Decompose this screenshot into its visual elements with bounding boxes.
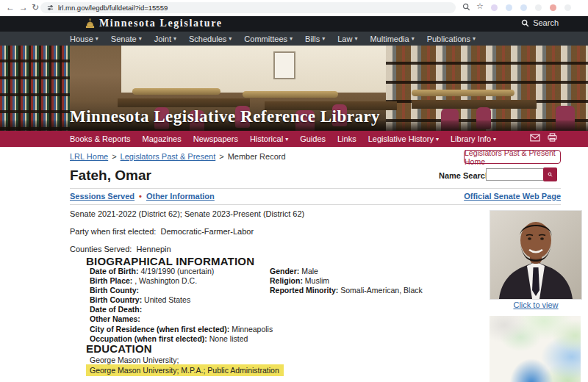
nav-item-house[interactable]: House <box>70 35 98 43</box>
library-nav-icons <box>530 133 557 142</box>
member-photo[interactable] <box>490 211 581 299</box>
nav-item-schedules[interactable]: Schedules <box>189 35 232 43</box>
libnav-guides[interactable]: Guides <box>300 134 326 143</box>
member-section-links: Sessions Served•Other Information <box>70 192 215 201</box>
counties-line: Counties Served: Hennepin <box>70 245 171 253</box>
nav-item-committees[interactable]: Committees <box>244 35 293 43</box>
site-search-label: Search <box>533 18 559 27</box>
bio-row: Other Names: <box>90 314 273 324</box>
library-banner-image: Minnesota Legislative Reference Library <box>0 46 588 131</box>
official-senate-web-page-link[interactable]: Official Senate Web Page <box>464 192 561 201</box>
name-search-input[interactable] <box>486 168 546 181</box>
education-line-highlighted: George Mason University; M.P.A.; Public … <box>86 364 284 376</box>
click-to-view-link[interactable]: Click to view <box>513 300 558 309</box>
libnav-library-info[interactable]: Library Info <box>451 134 496 143</box>
banner-table <box>412 100 537 109</box>
party-value: Democratic-Farmer-Labor <box>161 227 254 236</box>
bio-row: Birth Country: United States <box>90 295 273 305</box>
forward-icon[interactable]: → <box>19 1 28 13</box>
libnav-newspapers[interactable]: Newspapers <box>193 134 238 143</box>
party-line: Party when first elected: Democratic-Far… <box>70 227 254 236</box>
sessions-served-link[interactable]: Sessions Served <box>70 192 135 201</box>
nav-item-law[interactable]: Law <box>337 35 357 43</box>
photo-caption: Click to view <box>490 300 581 309</box>
education-heading: EDUCATION <box>86 342 152 355</box>
profile-avatar[interactable] <box>550 4 556 11</box>
bio-row: Religion: Muslim <box>270 276 423 286</box>
site-settings-icon[interactable] <box>47 4 54 11</box>
education-line: George Mason University; <box>90 356 179 364</box>
libnav-legislative-history[interactable]: Legislative History <box>368 134 439 143</box>
breadcrumb-legislators[interactable]: Legislators Past & Present <box>121 152 216 161</box>
bio-right-column: Gender: Male Religion: Muslim Reported M… <box>270 267 423 295</box>
banner-picture-frame <box>273 51 295 79</box>
service-history: Senate 2021-2022 (District 62); Senate 2… <box>70 209 304 218</box>
page-title: Fateh, Omar <box>70 167 151 184</box>
libnav-historical[interactable]: Historical <box>250 134 288 143</box>
page: ← → ↻ lrl.mn.gov/legdb/fulldetail?id=155… <box>0 0 588 382</box>
zoom-icon[interactable] <box>462 3 470 11</box>
bio-row: Birth Place: , Washington D.C. <box>90 276 273 286</box>
library-nav: Books & Reports Magazines Newspapers His… <box>0 131 588 147</box>
nav-item-publications[interactable]: Publications <box>427 35 476 43</box>
url-text: lrl.mn.gov/legdb/fulldetail?id=15559 <box>58 4 168 12</box>
district-map-image[interactable] <box>490 316 581 382</box>
browser-toolbar: ← → ↻ lrl.mn.gov/legdb/fulldetail?id=155… <box>0 0 588 17</box>
dot-separator: • <box>139 192 142 201</box>
extension-icon[interactable] <box>506 4 512 11</box>
libnav-links[interactable]: Links <box>337 134 356 143</box>
libnav-magazines[interactable]: Magazines <box>143 134 182 143</box>
legislature-nav: House Senate Joint Schedules Committees … <box>0 32 588 46</box>
site-search[interactable]: Search <box>521 18 559 27</box>
bio-row: Date of Death: <box>90 305 273 314</box>
nav-item-multimedia[interactable]: Multimedia <box>370 35 414 43</box>
official-senate-link-wrap: Official Senate Web Page <box>464 192 561 201</box>
reload-icon[interactable]: ↻ <box>32 1 39 13</box>
divider <box>70 204 561 205</box>
legislators-home-button[interactable]: Legislators Past & Present Home <box>464 150 561 164</box>
nav-item-bills[interactable]: Bills <box>305 35 325 43</box>
other-information-link[interactable]: Other Information <box>146 192 215 201</box>
back-icon[interactable]: ← <box>6 1 15 13</box>
name-search-button[interactable] <box>543 167 557 181</box>
address-bar[interactable]: lrl.mn.gov/legdb/fulldetail?id=15559 <box>40 2 456 13</box>
breadcrumb-current: Member Record <box>228 152 286 161</box>
name-search-label: Name Search: <box>439 171 492 180</box>
breadcrumb-lrl-home[interactable]: LRL Home <box>70 152 108 161</box>
counties-label: Counties Served: <box>70 245 132 253</box>
bio-row: Gender: Male <box>270 267 423 276</box>
counties-value: Hennepin <box>137 245 171 253</box>
extension-icon[interactable] <box>535 4 542 11</box>
legislature-logo[interactable]: Minnesota Legislature <box>85 18 223 29</box>
banner-table <box>118 98 250 107</box>
library-banner-title: Minnesota Legislative Reference Library <box>70 107 380 126</box>
banner-table-lamp <box>132 88 220 95</box>
bio-row: Reported Minority: Somali-American, Blac… <box>270 286 423 295</box>
bio-row: Date of Birth: 4/19/1990 (uncertain) <box>90 267 273 276</box>
search-icon <box>521 19 529 27</box>
banner-table-lamp <box>243 91 338 98</box>
bookmark-star-icon[interactable]: ☆ <box>476 1 484 11</box>
banner-table-lamp <box>412 90 514 96</box>
capitol-dome-icon <box>85 18 95 29</box>
breadcrumb-separator: > <box>112 152 116 161</box>
print-icon[interactable] <box>548 133 557 142</box>
menu-icon[interactable] <box>564 4 571 11</box>
breadcrumb-separator: > <box>219 152 223 161</box>
breadcrumb: LRL Home>Legislators Past & Present>Memb… <box>70 152 286 161</box>
extension-icon[interactable] <box>520 4 527 11</box>
extension-icon[interactable] <box>491 4 498 11</box>
party-label: Party when first elected: <box>70 227 156 236</box>
nav-item-joint[interactable]: Joint <box>154 35 176 43</box>
bio-row: Birth County: <box>90 286 273 295</box>
divider <box>70 188 561 189</box>
mail-icon[interactable] <box>530 134 540 142</box>
legislature-logo-text: Minnesota Legislature <box>99 18 223 29</box>
legislature-masthead: Minnesota Legislature Search <box>0 16 588 32</box>
search-icon <box>548 170 553 179</box>
banner-wall <box>121 46 386 93</box>
banner-bookshelf-left <box>0 46 70 131</box>
nav-item-senate[interactable]: Senate <box>111 35 142 43</box>
libnav-books-reports[interactable]: Books & Reports <box>70 134 131 143</box>
bio-row: City of Residence (when first elected): … <box>90 325 273 334</box>
